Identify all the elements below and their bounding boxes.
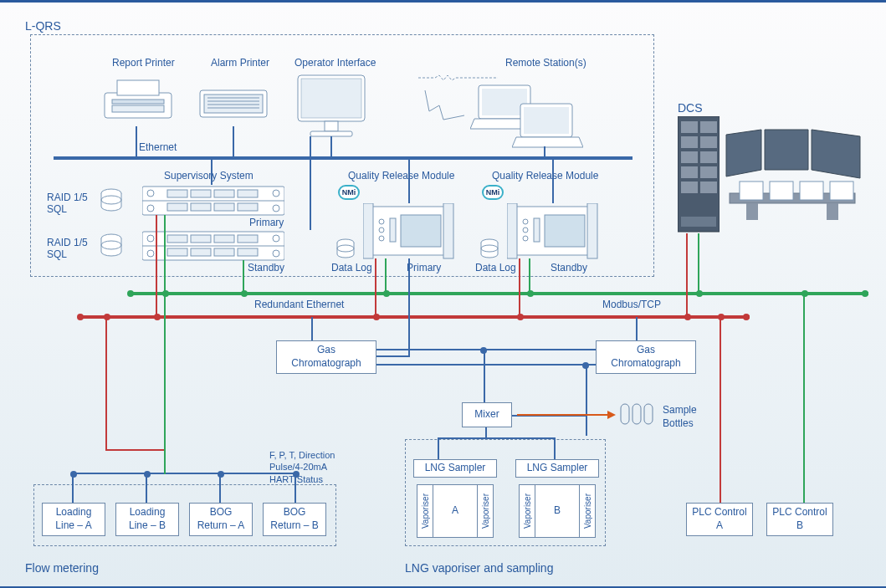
datalog-icon-2 [479,238,500,260]
svg-rect-78 [700,166,717,178]
qrm2-red [519,258,520,317]
datalog-icon-1 [335,238,356,260]
svg-rect-28 [167,203,187,211]
gc-line-2 [376,364,596,366]
sup-green-2 [243,260,244,294]
svg-rect-53 [401,215,441,247]
qrm-title-1: Quality Release Module [348,170,454,182]
svg-rect-74 [700,136,717,148]
fb-d1 [70,471,77,478]
gas-chromatograph-1: GasChromatograph [276,340,376,374]
monitor-drop [330,136,332,158]
svg-rect-79 [681,182,698,193]
svg-rect-77 [681,166,698,178]
svg-rect-86 [746,203,758,220]
dcs-screens-icon [721,126,872,235]
lng-vaporiser-title: LNG vaporiser and sampling [405,561,553,575]
red-end-left [77,314,84,320]
modbus-tcp-label: Modbus/TCP [602,299,661,310]
svg-rect-60 [587,203,597,258]
r2 [373,314,380,320]
sample-bottles-icon [619,402,656,427]
svg-rect-91 [830,182,853,200]
mixer-box: Mixer [462,402,512,427]
db-icon-2 [99,233,124,258]
fb-d3 [218,471,224,478]
eth-to-qrm2 [552,158,554,203]
svg-rect-2 [112,105,164,112]
svg-rect-45 [238,248,258,256]
svg-rect-95 [632,404,641,424]
r1 [154,314,161,320]
flow-metering-title: Flow metering [25,561,99,575]
flow-red-h [105,449,166,451]
green-end-right [862,290,868,297]
rack-primary-icon [142,185,284,218]
d3 [383,290,390,297]
gc1-up-red [311,317,313,340]
svg-marker-82 [726,130,761,176]
svg-marker-84 [812,130,860,178]
svg-rect-52 [443,203,453,258]
lng-sampler-b: LNG Sampler [515,459,599,478]
vap-b1: Vaporiser [519,484,535,538]
ms-left [438,437,439,459]
svg-rect-31 [238,203,258,211]
flow-bus [72,473,296,474]
bog-b-box: BOGReturn – B [263,503,326,536]
vap-b-label: B [535,484,579,538]
lng-sampler-a: LNG Sampler [413,459,497,478]
svg-rect-30 [214,203,234,211]
d2 [241,290,248,297]
eth-to-qrm1 [408,158,410,203]
supervisory-primary-label: Primary [249,217,284,228]
svg-rect-96 [644,404,653,424]
fb-d4 [293,471,300,478]
red-end-right [743,314,750,320]
raid-1-label: RAID 1/5SQL [47,192,88,216]
ethernet-label: Ethernet [139,141,177,153]
loading-a-box: LoadingLine – A [42,503,105,536]
green-end-left [127,290,134,297]
operator-monitor-icon [289,71,373,143]
qrm-device-1-icon [363,203,455,262]
supervisory-standby-label: Standby [248,262,284,274]
qrm-primary-label: Primary [407,262,441,274]
raid-2-label: RAID 1/5SQL [47,237,88,261]
d5 [696,290,703,297]
svg-rect-61 [545,215,585,247]
svg-rect-25 [191,190,211,197]
qrm1-red [375,258,376,317]
green-bus [129,292,868,295]
flow-green [164,294,166,449]
qrm-blue-down [408,258,410,355]
svg-rect-88 [740,182,763,200]
mixer-split-h [438,437,556,439]
plc-a-box: PLC ControlA [686,503,753,536]
signal-label: F, P, T, DirectionPulse/4-20mAHART/Statu… [269,449,335,485]
sample-arrow-icon [517,409,616,421]
svg-rect-75 [681,151,698,163]
svg-rect-73 [681,136,698,148]
svg-rect-24 [167,190,187,197]
nmi-badge-1: NMi [338,185,360,200]
dcs-red [686,233,688,317]
flow-red [105,317,107,449]
fb-d2 [144,471,151,478]
ethernet-bus [54,156,632,160]
report-printer-label: Report Printer [112,57,175,69]
qrm-device-2-icon [507,203,599,262]
qrm-blue-to-gc [376,355,410,357]
gas-chromatograph-2: GasChromatograph [596,340,696,374]
svg-rect-81 [681,217,716,227]
svg-rect-38 [167,235,187,243]
wireless-line-icon [418,74,519,132]
dcs-green [698,233,699,294]
mixer-up2 [586,366,587,436]
printer-2-drop [233,126,234,158]
svg-rect-44 [214,248,234,256]
svg-rect-90 [800,182,823,200]
sample-bottles-label: SampleBottles [663,404,697,430]
operator-interface-label: Operator Interface [294,57,376,69]
qrm2-green [529,258,530,294]
